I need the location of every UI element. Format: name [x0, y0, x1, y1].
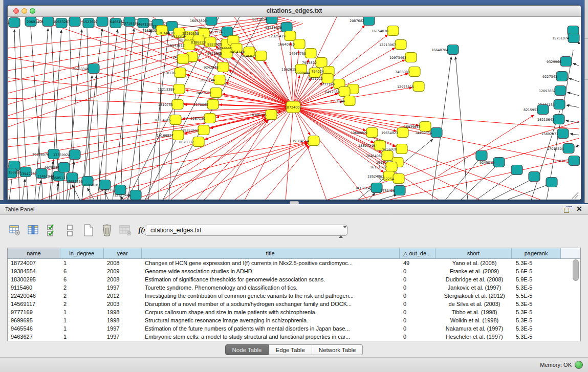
graph-node[interactable]	[529, 172, 540, 182]
graph-node[interactable]	[394, 186, 405, 195]
graph-node[interactable]	[222, 27, 233, 37]
graph-node[interactable]	[386, 162, 397, 172]
graph-node[interactable]	[173, 84, 185, 94]
graph-node[interactable]	[395, 40, 406, 50]
table-row[interactable]: 1938455462009Genome-wide association stu…	[8, 267, 580, 275]
graph-node[interactable]	[207, 100, 219, 110]
graph-node[interactable]	[344, 96, 355, 106]
graph-node[interactable]	[537, 105, 549, 115]
graph-node[interactable]	[198, 125, 209, 135]
graph-node[interactable]	[69, 150, 80, 160]
graph-node[interactable]	[204, 114, 215, 123]
graph-node[interactable]	[88, 64, 99, 74]
graph-node[interactable]	[193, 137, 204, 147]
column-header-title[interactable]: title	[142, 248, 400, 258]
table-row[interactable]: 1872400712008Changes of HCN gene express…	[8, 259, 580, 267]
graph-node[interactable]	[493, 158, 505, 167]
graph-node[interactable]	[553, 115, 564, 124]
graph-node[interactable]	[557, 129, 569, 139]
table-row[interactable]: 946362711997Embryonic stem cells: a mode…	[8, 333, 580, 341]
tab-edge-table[interactable]: Edge Table	[269, 344, 312, 355]
network-window-titlebar[interactable]: citations_edges.txt	[8, 6, 581, 17]
delete-column-icon[interactable]	[99, 223, 115, 237]
graph-node[interactable]	[294, 39, 305, 49]
graph-node[interactable]	[214, 75, 225, 85]
graph-node[interactable]	[175, 68, 186, 78]
table-selector-dropdown[interactable]: citations_edges.txt	[145, 225, 347, 236]
unselect-all-functions-icon[interactable]	[62, 223, 78, 237]
graph-node[interactable]	[393, 174, 404, 184]
graph-node[interactable]	[409, 67, 420, 77]
graph-node[interactable]	[130, 190, 141, 200]
memory-status-indicator[interactable]	[575, 361, 583, 369]
graph-node[interactable]	[210, 88, 222, 98]
graph-node[interactable]	[556, 72, 568, 81]
graph-node[interactable]	[266, 17, 277, 24]
select-all-functions-icon[interactable]	[44, 223, 59, 237]
graph-node[interactable]	[281, 23, 292, 32]
table-row[interactable]: 911546021997Tourette syndrome. Phenomeno…	[8, 283, 580, 292]
graph-node[interactable]	[97, 17, 108, 27]
table-row[interactable]: 1456911722003Disruption of a novel membe…	[8, 300, 580, 308]
graph-node[interactable]	[413, 82, 424, 92]
graph-node[interactable]	[69, 17, 80, 27]
graph-node[interactable]	[555, 86, 566, 96]
graph-node[interactable]	[546, 178, 557, 187]
graph-node[interactable]	[563, 144, 574, 154]
citation-network-graph[interactable]: 1605572420691406106532671527607646616710…	[8, 17, 580, 200]
graph-node[interactable]	[363, 17, 375, 26]
graph-node[interactable]	[396, 144, 407, 154]
table-row[interactable]: 977716911998Corpus callosum shape and si…	[8, 308, 580, 316]
graph-node[interactable]	[476, 151, 487, 161]
column-header-pagerank[interactable]: pagerank	[512, 248, 561, 258]
graph-node[interactable]	[217, 62, 229, 72]
create-column-icon[interactable]	[81, 223, 96, 237]
graph-node[interactable]	[511, 165, 522, 175]
graph-node[interactable]	[339, 87, 350, 97]
window-resize-grip[interactable]	[572, 192, 578, 199]
graph-node[interactable]	[405, 53, 417, 62]
float-panel-icon[interactable]	[564, 206, 571, 213]
graph-node[interactable]	[266, 110, 277, 120]
graph-node[interactable]	[308, 136, 319, 146]
close-panel-icon[interactable]: ✕	[576, 205, 582, 213]
graph-node[interactable]	[285, 31, 296, 41]
graph-node[interactable]	[316, 58, 327, 68]
graph-node[interactable]	[397, 128, 408, 138]
graph-node[interactable]	[172, 100, 183, 110]
table-scrollbar-thumb[interactable]	[573, 259, 579, 281]
graph-node[interactable]	[554, 100, 565, 110]
column-header-in_degree[interactable]: in_degree	[60, 248, 104, 258]
column-header-short[interactable]: short	[435, 248, 512, 258]
table-row[interactable]: 1830029562008Estimation of significance …	[8, 275, 580, 283]
table-row[interactable]: 969969511998Structural magnetic resonanc…	[8, 316, 580, 324]
tab-network-table[interactable]: Network Table	[312, 344, 363, 355]
graph-node[interactable]	[431, 128, 442, 138]
graph-node[interactable]	[560, 57, 572, 67]
graph-node[interactable]	[206, 17, 217, 26]
graph-node[interactable]	[568, 33, 579, 43]
graph-node[interactable]	[255, 51, 267, 61]
graph-node[interactable]	[58, 163, 70, 172]
graph-node[interactable]	[420, 122, 431, 132]
table-settings-icon[interactable]	[7, 223, 23, 237]
graph-node[interactable]	[42, 17, 54, 27]
column-header-name[interactable]: name	[8, 248, 60, 258]
column-header-year[interactable]: year	[104, 248, 142, 258]
network-canvas[interactable]: 1605572420691406106532671527607646616710…	[8, 17, 580, 200]
column-header-out_de[interactable]: △ out_de...	[400, 248, 435, 258]
graph-node[interactable]	[9, 18, 20, 28]
graph-node[interactable]	[366, 128, 378, 138]
table-row[interactable]: 2242004622012Investigating the contribut…	[8, 292, 580, 300]
graph-node[interactable]	[305, 49, 316, 58]
show-columns-icon[interactable]	[26, 223, 41, 237]
graph-node[interactable]	[447, 45, 459, 55]
table-row[interactable]: 946554611997Estimation of the future num…	[8, 324, 580, 333]
graph-node[interactable]	[178, 54, 189, 64]
delete-table-icon[interactable]	[118, 223, 133, 237]
tab-node-table[interactable]: Node Table	[225, 344, 269, 355]
graph-node[interactable]	[387, 26, 399, 36]
graph-node[interactable]	[569, 156, 580, 166]
graph-node[interactable]	[170, 115, 181, 125]
graph-node[interactable]	[382, 151, 393, 161]
